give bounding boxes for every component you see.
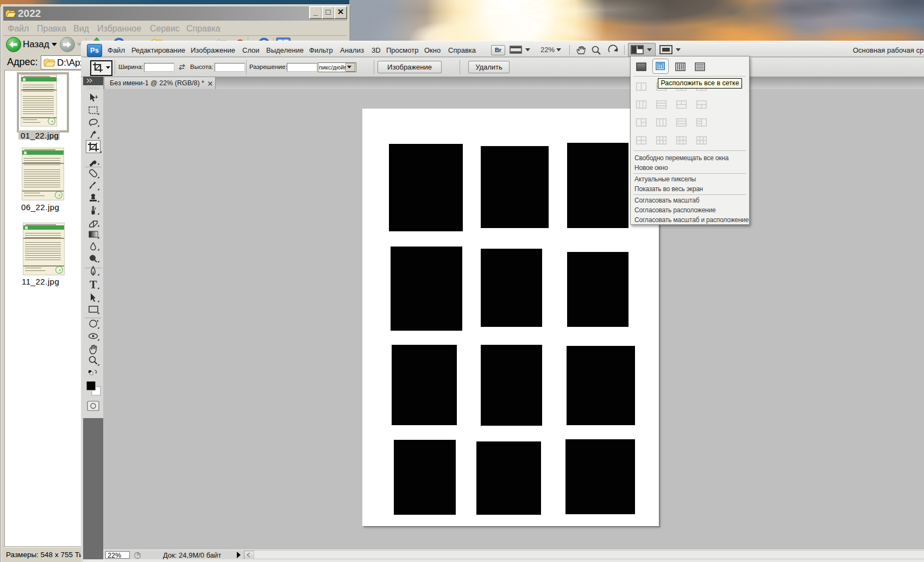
- svg-text:T: T: [90, 279, 97, 291]
